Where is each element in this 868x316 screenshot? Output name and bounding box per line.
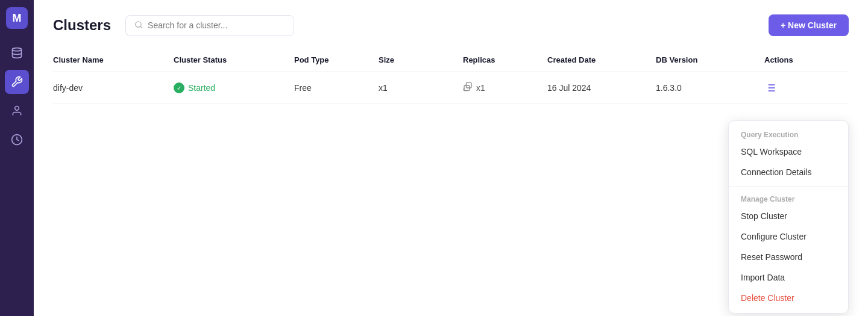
col-cluster-name: Cluster Name	[53, 55, 174, 64]
sidebar-item-database[interactable]	[5, 41, 29, 65]
dropdown-divider	[729, 186, 848, 187]
db-version-cell: 1.6.3.0	[656, 83, 764, 93]
sidebar-item-tools[interactable]	[5, 70, 29, 94]
svg-point-0	[13, 48, 22, 51]
connection-details-item[interactable]: Connection Details	[729, 162, 848, 182]
table-row: dify-dev ✓ Started Free x1	[53, 72, 849, 104]
search-input[interactable]	[148, 20, 285, 30]
actions-cell	[764, 82, 837, 94]
main-content: Clusters + New Cluster Cluster Name Clus…	[34, 0, 868, 316]
created-date-cell: 16 Jul 2024	[547, 83, 656, 93]
page-header: Clusters + New Cluster	[53, 14, 849, 36]
cluster-name-cell: dify-dev	[53, 83, 174, 93]
header-left: Clusters	[53, 15, 294, 36]
col-created-date: Created Date	[547, 55, 656, 64]
svg-point-1	[15, 107, 19, 111]
search-bar[interactable]	[125, 15, 294, 36]
actions-dropdown: Query Execution SQL Workspace Connection…	[728, 120, 849, 314]
sidebar-item-user[interactable]	[5, 99, 29, 123]
delete-cluster-item[interactable]: Delete Cluster	[729, 288, 848, 308]
status-dot-icon: ✓	[174, 82, 184, 93]
col-replicas: Replicas	[463, 55, 547, 64]
query-execution-section-label: Query Execution	[729, 126, 848, 141]
status-label: Started	[188, 83, 215, 93]
cluster-status-cell: ✓ Started	[174, 82, 294, 93]
svg-line-4	[140, 26, 142, 28]
table-header: Cluster Name Cluster Status Pod Type Siz…	[53, 55, 849, 72]
sidebar-item-history[interactable]	[5, 128, 29, 152]
import-data-item[interactable]: Import Data	[729, 267, 848, 288]
col-actions: Actions	[764, 55, 837, 64]
search-icon	[134, 20, 143, 31]
stop-cluster-item[interactable]: Stop Cluster	[729, 206, 848, 226]
replicas-count: x1	[476, 83, 485, 93]
col-cluster-status: Cluster Status	[174, 55, 294, 64]
sql-workspace-item[interactable]: SQL Workspace	[729, 141, 848, 162]
clusters-table: Cluster Name Cluster Status Pod Type Siz…	[53, 55, 849, 104]
col-db-version: DB Version	[656, 55, 764, 64]
new-cluster-button[interactable]: + New Cluster	[769, 14, 849, 36]
col-pod-type: Pod Type	[294, 55, 379, 64]
sidebar: M	[0, 0, 34, 316]
actions-button[interactable]	[764, 82, 776, 94]
page-title: Clusters	[53, 17, 111, 34]
replicas-icon	[463, 82, 473, 94]
manage-cluster-section-label: Manage Cluster	[729, 190, 848, 206]
size-cell: x1	[379, 83, 463, 93]
app-logo: M	[6, 7, 28, 29]
reset-password-item[interactable]: Reset Password	[729, 247, 848, 267]
pod-type-cell: Free	[294, 83, 379, 93]
status-badge: ✓ Started	[174, 82, 294, 93]
replicas-cell: x1	[463, 82, 547, 94]
col-size: Size	[379, 55, 463, 64]
svg-point-3	[136, 21, 141, 26]
configure-cluster-item[interactable]: Configure Cluster	[729, 226, 848, 247]
